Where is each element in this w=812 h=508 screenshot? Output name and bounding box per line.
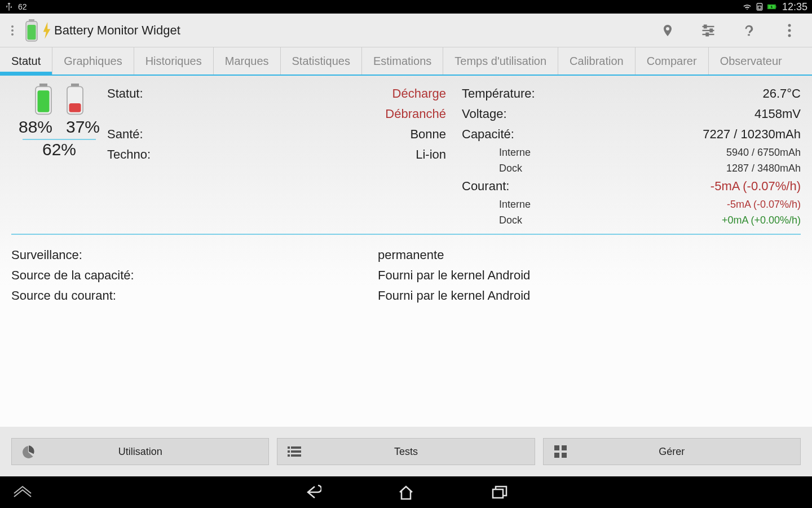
overflow-menu-button[interactable] (778, 19, 801, 42)
battery-dock-percent: 37% (63, 117, 103, 137)
battery-summary: 88% 37% 62% (11, 84, 107, 228)
tab-calibration[interactable]: Calibration (558, 47, 636, 75)
sim-icon (755, 2, 764, 11)
svg-point-15 (788, 29, 791, 32)
svg-rect-23 (288, 446, 290, 449)
cur-int-label: Interne (462, 196, 531, 212)
svg-point-16 (788, 34, 791, 37)
recents-button[interactable] (489, 482, 510, 502)
app-title: Battery Monitor Widget (54, 23, 180, 38)
temp-value: 26.7°C (762, 84, 801, 104)
svg-rect-11 (704, 25, 707, 28)
back-button[interactable] (302, 482, 323, 502)
svg-rect-12 (710, 29, 713, 32)
status-bar: 62 12:35 (0, 0, 812, 14)
tab-comparer[interactable]: Comparer (636, 47, 709, 75)
wifi-icon (743, 2, 752, 11)
drawer-icon[interactable] (7, 25, 18, 36)
svg-rect-7 (28, 25, 36, 40)
svg-rect-25 (288, 450, 290, 453)
cap-dock-label: Dock (462, 160, 522, 176)
tests-button[interactable]: Tests (277, 438, 535, 465)
surveillance-label: Surveillance: (11, 245, 378, 265)
svg-rect-32 (562, 453, 567, 458)
current-source-label: Source du courant: (11, 286, 378, 306)
svg-rect-27 (288, 454, 290, 457)
svg-rect-3 (775, 6, 776, 8)
capacity-source-value: Fourni par le kernel Android (378, 265, 801, 286)
tab-graphiques[interactable]: Graphiques (52, 47, 134, 75)
tech-label: Techno: (107, 144, 157, 165)
utilisation-label: Utilisation (118, 446, 162, 458)
content-area: 88% 37% 62% Statut:Décharge Débranché Sa… (0, 76, 812, 427)
svg-rect-29 (554, 445, 559, 450)
grid-icon (553, 444, 568, 459)
app-bar: Battery Monitor Widget (0, 14, 812, 47)
manage-button[interactable]: Gérer (543, 438, 801, 465)
svg-rect-30 (562, 445, 567, 450)
svg-rect-31 (554, 453, 559, 458)
plug-value: Débranché (385, 104, 446, 124)
tab-marques[interactable]: Marques (214, 47, 281, 75)
battery-dock-icon (65, 84, 85, 115)
surveillance-value: permanente (378, 245, 801, 265)
manage-label: Gérer (659, 446, 685, 458)
svg-rect-33 (493, 489, 503, 498)
battery-charging-icon (767, 2, 776, 11)
status-label: Statut: (107, 84, 150, 104)
capacity-source-label: Source de la capacité: (11, 265, 378, 286)
cap-int-label: Interne (462, 144, 531, 160)
pie-chart-icon (21, 444, 37, 459)
bottom-button-bar: Utilisation Tests Gérer (0, 427, 812, 476)
home-button[interactable] (396, 482, 416, 502)
cap-dock-value: 1287 / 3480mAh (726, 160, 801, 176)
app-battery-icon (24, 19, 39, 42)
cap-label: Capacité: (462, 124, 521, 144)
status-value: Décharge (392, 84, 446, 104)
location-button[interactable] (656, 19, 679, 42)
cap-value: 7227 / 10230mAh (703, 124, 801, 144)
status-clock: 12:35 (782, 1, 807, 13)
cur-label: Courant: (462, 176, 516, 196)
svg-rect-13 (707, 33, 709, 36)
svg-rect-1 (758, 6, 761, 9)
tech-value: Li-ion (416, 144, 446, 165)
svg-rect-26 (291, 450, 301, 453)
tab-statistiques[interactable]: Statistiques (281, 47, 362, 75)
temp-label: Température: (462, 84, 542, 104)
battery-internal-icon (33, 84, 54, 115)
volt-value: 4158mV (754, 104, 801, 124)
battery-internal-percent: 88% (16, 117, 55, 137)
list-icon (286, 444, 302, 459)
current-source-value: Fourni par le kernel Android (378, 286, 801, 306)
cur-dock-label: Dock (462, 212, 522, 228)
app-bolt-icon (43, 22, 51, 39)
cur-value: -5mA (-0.07%/h) (710, 176, 801, 196)
svg-rect-19 (38, 90, 50, 112)
battery-total-percent: 62% (42, 140, 76, 159)
navigation-bar (0, 476, 812, 508)
status-temperature: 62 (18, 2, 27, 11)
svg-rect-22 (69, 103, 81, 112)
tab-bar: StatutGraphiquesHistoriquesMarquesStatis… (0, 47, 812, 75)
cur-int-value: -5mA (-0.07%/h) (727, 196, 801, 212)
usb-icon (5, 2, 14, 11)
cap-int-value: 5940 / 6750mAh (726, 144, 801, 160)
tab-temps-d-utilisation[interactable]: Temps d'utilisation (443, 47, 558, 75)
recent-home-indicator-icon[interactable] (12, 482, 33, 502)
health-label: Santé: (107, 124, 150, 144)
svg-rect-24 (291, 446, 301, 449)
utilisation-button[interactable]: Utilisation (11, 438, 269, 465)
volt-label: Voltage: (462, 104, 514, 124)
tests-label: Tests (394, 446, 418, 458)
tab-historiques[interactable]: Historiques (134, 47, 214, 75)
svg-rect-28 (291, 454, 301, 457)
tab-observateur[interactable]: Observateur (709, 47, 793, 75)
cur-dock-value: +0mA (+0.00%/h) (722, 212, 801, 228)
help-button[interactable] (738, 19, 760, 42)
tab-estimations[interactable]: Estimations (362, 47, 443, 75)
health-value: Bonne (410, 124, 446, 144)
tab-statut[interactable]: Statut (0, 47, 52, 75)
settings-sliders-button[interactable] (697, 19, 720, 42)
svg-point-14 (788, 24, 791, 27)
